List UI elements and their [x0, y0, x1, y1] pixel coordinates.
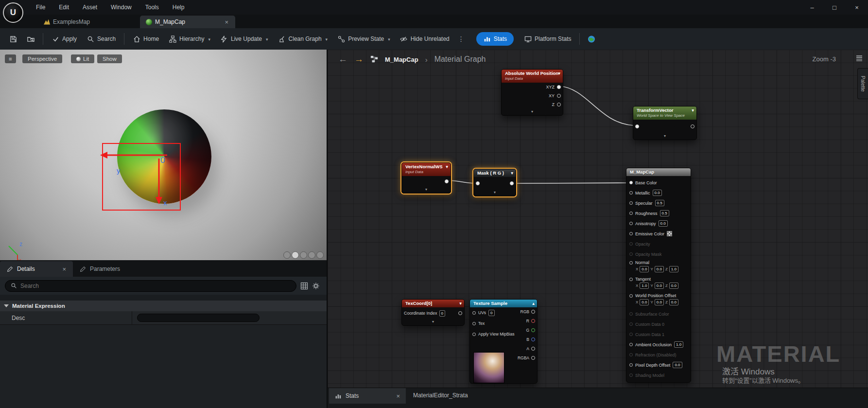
pin-value[interactable]: 0.0	[655, 283, 664, 289]
output-pin-icon[interactable]	[531, 328, 535, 332]
pin-value[interactable]: 0.0	[669, 299, 678, 305]
stats-button[interactable]: Stats	[476, 32, 514, 46]
pin-value[interactable]: 1.0	[669, 266, 678, 272]
pin-value[interactable]: 0	[488, 310, 494, 316]
pin-value[interactable]: 0.0	[640, 299, 649, 305]
menu-asset[interactable]: Asset	[77, 2, 103, 13]
pin-row-anisotropy[interactable]: Anisotropy0.0	[626, 218, 691, 229]
menu-edit[interactable]: Edit	[53, 2, 75, 13]
input-pin-icon[interactable]	[629, 363, 633, 367]
platform-stats-button[interactable]: Platform Stats	[520, 32, 575, 46]
node-texcoord[interactable]: TexCoord[0] ▾ Coordinate Index0	[401, 299, 465, 326]
chevron-down-icon[interactable]: ▾	[558, 71, 560, 76]
hierarchy-button[interactable]: Hierarchy	[164, 32, 215, 46]
pin-row-normal[interactable]: Normal X0.0Y0.0Z1.0	[626, 259, 691, 276]
input-pin-icon[interactable]	[629, 261, 633, 265]
pin-row-world-position-offset[interactable]: World Position Offset X0.0Y0.0Z0.0	[626, 292, 691, 309]
stats-panel-tab[interactable]: Stats ×	[329, 388, 406, 404]
pin-value[interactable]: 0	[439, 310, 445, 317]
menu-tools[interactable]: Tools	[139, 2, 165, 13]
preview-state-button[interactable]: Preview State	[333, 32, 395, 46]
output-pin-icon[interactable]	[691, 124, 694, 128]
pin-value[interactable]: 0.0	[673, 362, 682, 368]
output-pin-icon[interactable]	[557, 85, 561, 89]
pin-row-pixel-depth-offset[interactable]: Pixel Depth Offset0.0	[626, 360, 691, 370]
pin-value[interactable]: 0.0	[640, 266, 649, 272]
output-row-a[interactable]: A	[526, 346, 535, 351]
collapse-chevron-icon[interactable]	[502, 109, 563, 115]
close-tab-icon[interactable]: ×	[224, 18, 229, 26]
output-pin-icon[interactable]	[557, 94, 561, 98]
chevron-down-icon[interactable]: ▾	[692, 108, 694, 113]
perspective-button[interactable]: Perspective	[22, 54, 62, 63]
output-row-rgb[interactable]: RGB	[521, 309, 535, 314]
input-pin-icon[interactable]	[629, 294, 633, 298]
input-pin-icon[interactable]	[476, 181, 480, 185]
pin-row-ambient-occlusion[interactable]: Ambient Occlusion1.0	[626, 339, 691, 350]
breadcrumb-asset[interactable]: M_MapCap	[385, 56, 418, 63]
pin-row-opacity-mask[interactable]: Opacity Mask	[626, 249, 691, 259]
collapse-chevron-icon[interactable]	[402, 187, 451, 193]
input-pin-icon[interactable]	[629, 181, 633, 184]
pin-row-specular[interactable]: Specular0.5	[626, 198, 691, 208]
color-swatch[interactable]	[667, 231, 672, 236]
palette-expand-icon[interactable]	[855, 54, 863, 62]
pin-row[interactable]	[474, 177, 516, 190]
search-input[interactable]	[20, 283, 292, 289]
input-pin-icon[interactable]	[472, 333, 476, 336]
node-header[interactable]: TransformVector ▾ World Space to View Sp…	[633, 106, 696, 120]
apply-button[interactable]: Apply	[47, 32, 81, 46]
tab-details[interactable]: Details ×	[0, 261, 73, 277]
pin-row-emissive-color[interactable]: Emissive Color	[626, 229, 691, 239]
output-pin-icon[interactable]	[445, 179, 449, 183]
input-pin-icon[interactable]	[635, 124, 639, 128]
pin-row[interactable]: Z	[502, 100, 563, 109]
input-pin-icon[interactable]	[629, 201, 633, 205]
section-material-expression[interactable]: Material Expression	[0, 301, 327, 311]
node-header[interactable]: Absolute World Position ▾ Input Data	[502, 70, 563, 83]
collapse-chevron-icon[interactable]	[633, 133, 696, 140]
minimize-button[interactable]: –	[801, 0, 823, 15]
chevron-up-icon[interactable]: ▴	[532, 301, 535, 306]
unreal-logo-icon[interactable]	[3, 2, 23, 23]
menu-file[interactable]: File	[30, 2, 51, 13]
toolbar-overflow-button[interactable]: ⋮	[455, 33, 468, 45]
wire-vertexnormal-to-mask[interactable]	[447, 180, 475, 183]
wire-awp-to-transform[interactable]	[560, 86, 634, 125]
menu-window[interactable]: Window	[105, 2, 138, 13]
display-filter-icon[interactable]	[300, 282, 308, 290]
collapse-chevron-icon[interactable]	[402, 319, 464, 325]
output-pin-icon[interactable]	[531, 337, 535, 341]
pin-value[interactable]: 0.0	[655, 266, 664, 272]
input-pin-icon[interactable]	[629, 278, 633, 281]
close-tab-icon[interactable]: ×	[61, 266, 67, 273]
pin-row-roughness[interactable]: Roughness0.5	[626, 208, 691, 218]
output-pin-icon[interactable]	[531, 356, 535, 360]
hide-unrelated-button[interactable]: Hide Unrelated	[396, 32, 454, 46]
node-header[interactable]: VertexNormalWS ▾ Input Data	[402, 163, 451, 176]
input-pin-icon[interactable]	[629, 212, 633, 215]
globe-icon[interactable]	[588, 35, 595, 43]
pin-row[interactable]: XYZ	[502, 83, 563, 91]
output-pin-icon[interactable]	[557, 103, 561, 106]
input-pin-icon[interactable]	[472, 311, 476, 315]
node-transform-vector[interactable]: TransformVector ▾ World Space to View Sp…	[633, 106, 697, 140]
pin-row-opacity[interactable]: Opacity	[626, 239, 691, 249]
tab-examplesmap[interactable]: ExamplesMap	[38, 16, 96, 28]
output-row-r[interactable]: R	[526, 319, 535, 323]
tab-m-mapcap[interactable]: M_MapCap ×	[140, 16, 235, 28]
pin-value[interactable]: 0.0	[659, 220, 668, 227]
pin-value[interactable]: 0.0	[655, 299, 664, 305]
save-button[interactable]	[5, 32, 21, 46]
output-row-g[interactable]: G	[526, 328, 535, 333]
pin-row-custom-data-0[interactable]: Custom Data 0	[626, 319, 691, 329]
pin-value[interactable]: 0.5	[660, 210, 669, 216]
chevron-down-icon[interactable]: ▾	[459, 301, 462, 306]
pin-value[interactable]: 1.0	[674, 341, 683, 348]
input-pin-icon[interactable]	[472, 322, 476, 325]
texture-preview-thumbnail[interactable]	[473, 352, 504, 383]
gear-icon[interactable]	[312, 282, 320, 290]
pin-row[interactable]: Coordinate Index0	[402, 307, 464, 319]
node-vertex-normal-ws[interactable]: VertexNormalWS ▾ Input Data	[401, 162, 451, 194]
output-pin-icon[interactable]	[458, 311, 462, 315]
